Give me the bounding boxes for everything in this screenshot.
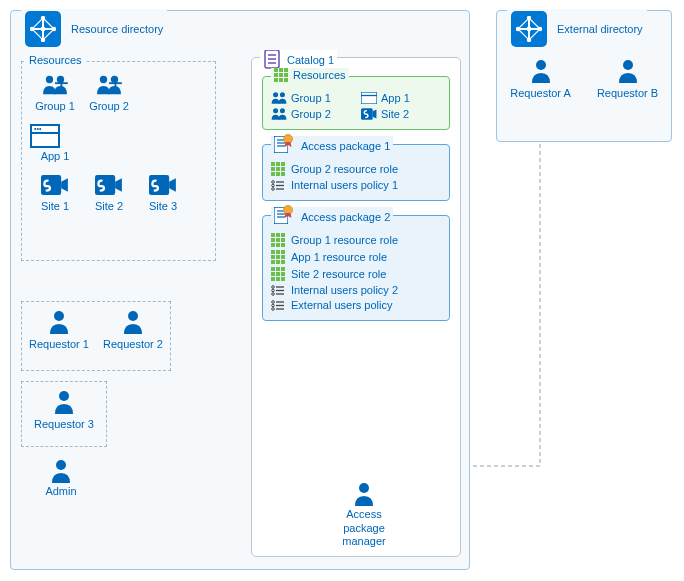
access-package-2-title: Access package 2 xyxy=(301,211,390,223)
person-icon xyxy=(353,482,375,506)
requestor-b: Requestor B xyxy=(596,59,660,99)
resource-site3: Site 3 xyxy=(138,174,188,212)
requestor-3: Requestor 3 xyxy=(32,390,96,430)
catalog-resources-title: Resources xyxy=(293,69,346,81)
ap1-policy-internal: Internal users policy 1 xyxy=(271,179,441,191)
resource-role-icon xyxy=(271,233,285,247)
policy-icon xyxy=(271,180,285,191)
resources-panel: Resources Group 1 Group 2 ••• App 1 Site… xyxy=(21,61,216,261)
ap2-policy-external: External users policy xyxy=(271,299,441,311)
sharepoint-icon xyxy=(149,174,177,196)
access-package-2-panel: Access package 2 Group 1 resource role A… xyxy=(262,215,450,321)
app-icon: ••• xyxy=(30,124,60,148)
group-icon xyxy=(271,91,287,104)
resource-site1-label: Site 1 xyxy=(30,200,80,212)
catalog-resources-panel: Resources Group 1 App 1 Group 2 xyxy=(262,76,450,130)
catalog-header: Catalog 1 xyxy=(260,50,337,70)
access-package-manager: Access package manager xyxy=(324,482,404,548)
requestor-a-label: Requestor A xyxy=(509,87,573,99)
group-icon xyxy=(95,74,123,96)
catalog-resource-app1: App 1 xyxy=(361,91,441,104)
access-package-manager-label: Access package manager xyxy=(324,508,404,548)
sharepoint-icon xyxy=(95,174,123,196)
person-icon xyxy=(122,310,144,334)
catalog-resource-group1-label: Group 1 xyxy=(291,92,331,104)
resource-app1: ••• App 1 xyxy=(30,124,80,162)
resource-group1: Group 1 xyxy=(30,74,80,112)
catalog-resource-group2: Group 2 xyxy=(271,107,351,120)
resource-role-icon xyxy=(271,250,285,264)
person-icon xyxy=(48,310,70,334)
ap2-policy-internal: Internal users policy 2 xyxy=(271,284,441,296)
app-icon xyxy=(361,92,377,104)
group-icon xyxy=(271,107,287,120)
internal-requestor-3-panel: Requestor 3 xyxy=(21,381,107,447)
catalog-resource-group1: Group 1 xyxy=(271,91,351,104)
external-directory-header: External directory xyxy=(507,9,647,49)
requestor-1: Requestor 1 xyxy=(27,310,91,350)
requestor-3-label: Requestor 3 xyxy=(32,418,96,430)
resource-app1-label: App 1 xyxy=(30,150,80,162)
person-icon xyxy=(617,59,639,83)
person-icon xyxy=(50,459,72,483)
ap2-role-site2-label: Site 2 resource role xyxy=(291,268,386,280)
access-package-icon xyxy=(274,207,288,226)
sharepoint-icon xyxy=(361,108,377,120)
resource-directory-panel: Resource directory Resources Group 1 Gro… xyxy=(10,10,470,570)
policy-icon xyxy=(271,300,285,311)
requestor-1-label: Requestor 1 xyxy=(27,338,91,350)
person-icon xyxy=(530,59,552,83)
resource-site2-label: Site 2 xyxy=(84,200,134,212)
ap2-role-site2: Site 2 resource role xyxy=(271,267,441,281)
catalog-resource-site2-label: Site 2 xyxy=(381,108,409,120)
ap1-policy-internal-label: Internal users policy 1 xyxy=(291,179,398,191)
person-icon xyxy=(53,390,75,414)
resource-role-icon xyxy=(271,162,285,176)
ap2-role-group1-label: Group 1 resource role xyxy=(291,234,398,246)
resource-directory-header: Resource directory xyxy=(21,9,167,49)
ap2-role-app1: App 1 resource role xyxy=(271,250,441,264)
ap2-policy-external-label: External users policy xyxy=(291,299,393,311)
resources-grid-icon xyxy=(274,68,288,82)
catalog-resource-group2-label: Group 2 xyxy=(291,108,331,120)
policy-icon xyxy=(271,285,285,296)
requestor-2: Requestor 2 xyxy=(101,310,165,350)
access-package-icon xyxy=(274,136,288,155)
access-package-1-title: Access package 1 xyxy=(301,140,390,152)
requestor-a: Requestor A xyxy=(509,59,573,99)
access-package-1-panel: Access package 1 Group 2 resource role I… xyxy=(262,144,450,201)
resource-group2-label: Group 2 xyxy=(84,100,134,112)
requestor-2-label: Requestor 2 xyxy=(101,338,165,350)
requestor-b-label: Requestor B xyxy=(596,87,660,99)
resource-group2: Group 2 xyxy=(84,74,134,112)
catalog-panel: Catalog 1 Resources Group 1 App 1 xyxy=(251,57,461,557)
ap2-role-group1: Group 1 resource role xyxy=(271,233,441,247)
resource-directory-title: Resource directory xyxy=(71,23,163,35)
resources-panel-title: Resources xyxy=(26,54,85,66)
resource-group1-label: Group 1 xyxy=(30,100,80,112)
internal-requestors-12-panel: Requestor 1 Requestor 2 xyxy=(21,301,171,371)
resource-site2: Site 2 xyxy=(84,174,134,212)
azure-ad-icon xyxy=(511,11,547,47)
catalog-resource-app1-label: App 1 xyxy=(381,92,410,104)
resource-role-icon xyxy=(271,267,285,281)
catalog-title: Catalog 1 xyxy=(287,54,334,66)
external-directory-panel: External directory Requestor A Requestor… xyxy=(496,10,672,142)
resource-site3-label: Site 3 xyxy=(138,200,188,212)
admin-label: Admin xyxy=(31,485,91,497)
ap2-role-app1-label: App 1 resource role xyxy=(291,251,387,263)
azure-ad-icon xyxy=(25,11,61,47)
ap1-role-group2: Group 2 resource role xyxy=(271,162,441,176)
catalog-icon xyxy=(263,50,281,70)
group-icon xyxy=(41,74,69,96)
sharepoint-icon xyxy=(41,174,69,196)
catalog-resource-site2: Site 2 xyxy=(361,107,441,120)
resource-site1: Site 1 xyxy=(30,174,80,212)
external-directory-title: External directory xyxy=(557,23,643,35)
admin: Admin xyxy=(31,459,91,497)
ap2-policy-internal-label: Internal users policy 2 xyxy=(291,284,398,296)
ap1-role-group2-label: Group 2 resource role xyxy=(291,163,398,175)
